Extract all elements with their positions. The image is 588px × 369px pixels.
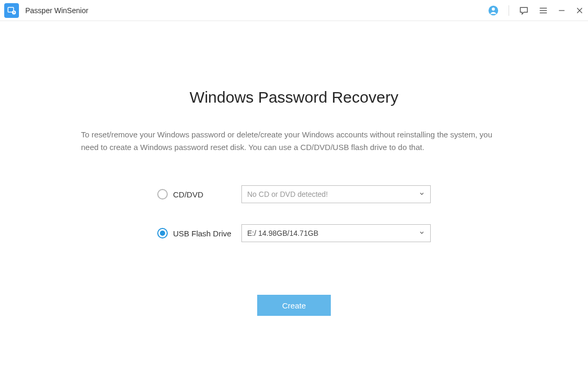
radio-label-usb: USB Flash Drive (173, 229, 231, 238)
chevron-down-icon (419, 228, 425, 238)
menu-icon[interactable] (539, 6, 548, 15)
titlebar-controls (488, 5, 584, 16)
app-title: Passper WinSenior (25, 6, 88, 15)
close-icon[interactable] (575, 6, 584, 15)
radio-label-cddvd: CD/DVD (173, 190, 204, 199)
dropdown-cddvd-value: No CD or DVD detected! (247, 190, 328, 198)
dropdown-usb-value: E:/ 14.98GB/14.71GB (247, 229, 318, 237)
divider (509, 5, 509, 16)
radio-usb[interactable] (157, 228, 168, 238)
svg-point-3 (492, 7, 495, 11)
titlebar: Passper WinSenior (0, 0, 588, 21)
dropdown-cddvd[interactable]: No CD or DVD detected! (241, 185, 431, 203)
options-group: CD/DVD No CD or DVD detected! USB Flash … (157, 185, 431, 242)
radio-cddvd[interactable] (157, 189, 168, 200)
option-cddvd: CD/DVD No CD or DVD detected! (157, 185, 431, 203)
dropdown-usb[interactable]: E:/ 14.98GB/14.71GB (241, 224, 431, 242)
page-title: Windows Password Recovery (190, 88, 399, 106)
main-content: Windows Password Recovery To reset/remov… (0, 21, 588, 316)
option-usb: USB Flash Drive E:/ 14.98GB/14.71GB (157, 224, 431, 242)
radio-dot (160, 231, 165, 236)
page-description: To reset/remove your Windows password or… (81, 128, 507, 154)
chevron-down-icon (419, 190, 425, 199)
create-button[interactable]: Create (257, 295, 331, 316)
app-logo-icon (4, 3, 19, 18)
user-account-icon[interactable] (488, 5, 499, 16)
minimize-icon[interactable] (557, 6, 566, 15)
feedback-icon[interactable] (519, 5, 529, 16)
